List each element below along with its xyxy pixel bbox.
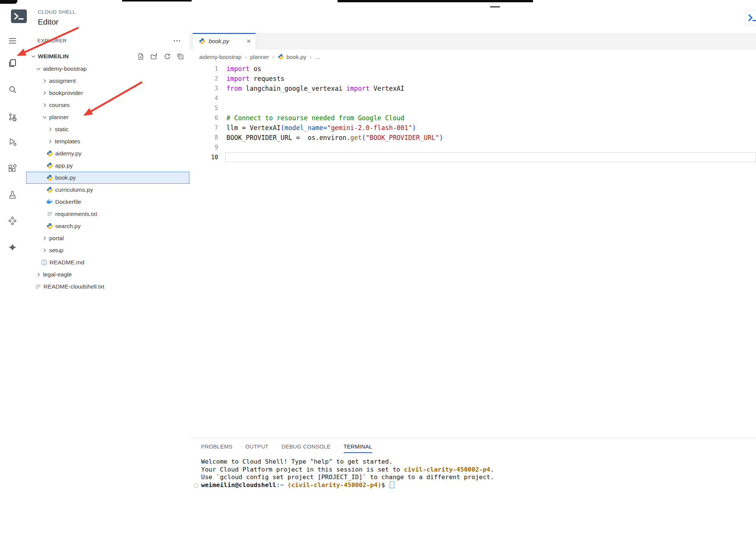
line-number: 5 [189,103,226,113]
code-line-2: 2import requests [189,74,756,84]
collapse-all-button[interactable] [177,53,184,60]
screen-artifact [122,0,192,2]
activity-gemini-button[interactable] [8,242,17,252]
docker-file-icon [46,199,53,205]
tree-item-readme-md[interactable]: README.md [25,256,189,268]
tree-item-label: README.md [50,259,84,266]
code-text: import requests [226,74,285,84]
tree-item-label: planner [49,114,69,121]
page-title: Editor [38,17,59,26]
activity-menu-button[interactable] [8,36,17,46]
tree-item-dockerfile[interactable]: Dockerfile [25,196,189,208]
activity-search-button[interactable] [8,85,17,95]
tab-book-py[interactable]: book.py [192,33,256,50]
breadcrumb-item-planner[interactable]: planner [250,54,269,60]
refresh-icon [164,53,171,60]
code-text: BOOK_PROVIDER_URL = os.environ.get("BOOK… [226,133,443,143]
tree-item-requirements-txt[interactable]: requirements.txt [25,208,189,220]
tree-item-label: aidemy.py [55,150,82,157]
tree-item-bookprovider[interactable]: bookprovider [25,87,189,99]
info-file-icon [41,259,48,266]
line-number: 1 [189,64,226,74]
tree-item-legal-eagle[interactable]: legal-eagle [25,268,189,281]
tree-item-readme-cloudshell-txt[interactable]: README-cloudshell.txt [25,281,189,293]
tree-item-app-py[interactable]: app.py [25,160,189,172]
screen-artifact [0,0,17,4]
code-line-5: 5 [189,103,756,113]
tree-item-setup[interactable]: setup [25,244,189,256]
tree-item-assigment[interactable]: assigment [25,75,189,87]
code-line-9: 9 [189,143,756,152]
sparkle-icon [8,242,17,252]
text-file-icon [46,211,53,217]
tree-item-planner[interactable]: planner [25,111,189,123]
terminal[interactable]: Welcome to Cloud Shell! Type "help" to g… [189,455,756,489]
breadcrumb-item-book-py[interactable]: book.py [278,54,307,60]
tree-item-label: Dockerfile [55,199,81,205]
tree-item-portal[interactable]: portal [25,232,189,244]
code-editor[interactable]: 1import os2import requests3from langchai… [189,64,756,162]
code-text: llm = VertexAI(model_name="gemini-2.0-fl… [226,123,416,133]
tree-item-label: search.py [55,223,81,230]
panel-tab-debug-console[interactable]: DEBUG CONSOLE [281,438,330,455]
code-text: from langchain_google_vertexai import Ve… [226,84,404,93]
python-file-icon [46,162,53,169]
screen-artifact [490,6,500,8]
activity-run-debug-button[interactable] [8,137,17,147]
ext-icon [8,164,17,174]
code-line-6: 6# Connect to resourse needed from Googl… [189,113,756,123]
tree-item-aidemy-py[interactable]: aidemy.py [25,147,189,160]
panel-tab-terminal[interactable]: TERMINAL [344,438,372,455]
tree-item-label: static [55,126,68,133]
breadcrumb-item-aidemy-boostrap[interactable]: aidemy-boostrap [199,54,242,60]
tree-item-label: bookprovider [49,90,83,96]
tree-item-label: portal [49,235,64,242]
refresh-button[interactable] [164,53,171,60]
terminal-line: Use `gcloud config set project [PROJECT_… [201,473,756,481]
tab-close-icon[interactable] [246,38,252,44]
panel-tab-output[interactable]: OUTPUT [245,438,268,455]
terminal-line: Welcome to Cloud Shell! Type "help" to g… [201,458,756,466]
tree-item-label: app.py [55,162,73,169]
tree-root-weimeilin[interactable]: WEIMEILIN [25,50,189,63]
tree-item-search-py[interactable]: search.py [25,220,189,232]
activity-explorer-button[interactable] [8,58,17,68]
chevron-right-icon [41,90,48,96]
tree-item-templates[interactable]: templates [25,135,189,147]
tree-item-courses[interactable]: courses [25,99,189,111]
activity-testing-button[interactable] [8,190,17,200]
breadcrumb-item-more[interactable]: ... [315,54,320,60]
breadcrumb: aidemy-boostrap›planner›book.py›... [189,50,756,64]
chevron-down-icon [35,66,42,72]
explorer-more-actions-button[interactable] [173,37,181,45]
menu-icon [8,36,17,46]
diamonds-icon [8,216,17,226]
tree-item-aidemy-boostrap[interactable]: aidemy-boostrap [25,63,189,75]
breadcrumb-separator: › [310,54,311,60]
code-text: # Connect to resourse needed from Google… [226,113,404,123]
explorer-title: EXPLORER [37,38,67,43]
breadcrumb-separator: › [245,54,247,60]
tree-root-label: WEIMEILIN [38,53,69,60]
activity-source-control-button[interactable] [8,112,17,122]
code-line-7: 7llm = VertexAI(model_name="gemini-2.0-f… [189,123,756,133]
line-number: 9 [189,143,226,152]
line-number: 10 [189,152,226,162]
python-file-icon [199,38,206,45]
tree-item-book-py[interactable]: book.py [25,172,189,184]
open-terminal-button[interactable] [745,10,756,26]
tree-item-static[interactable]: static [25,123,189,135]
tree-item-curriculums-py[interactable]: curriculums.py [25,184,189,196]
breadcrumb-separator: › [273,54,274,60]
tree-item-label: setup [49,247,64,254]
chevron-right-icon [46,138,54,144]
panel-tab-problems[interactable]: PROBLEMS [201,438,232,455]
new-folder-button[interactable] [150,53,158,60]
activity-cloud-code-button[interactable] [8,216,17,226]
chevron-right-icon [46,126,54,132]
new-file-button[interactable] [137,53,144,60]
cloud-shell-logo-icon [10,7,28,25]
activity-extensions-button[interactable] [8,164,17,174]
editor-tabstrip: book.py [189,33,756,50]
tree-item-label: requirements.txt [55,211,97,217]
